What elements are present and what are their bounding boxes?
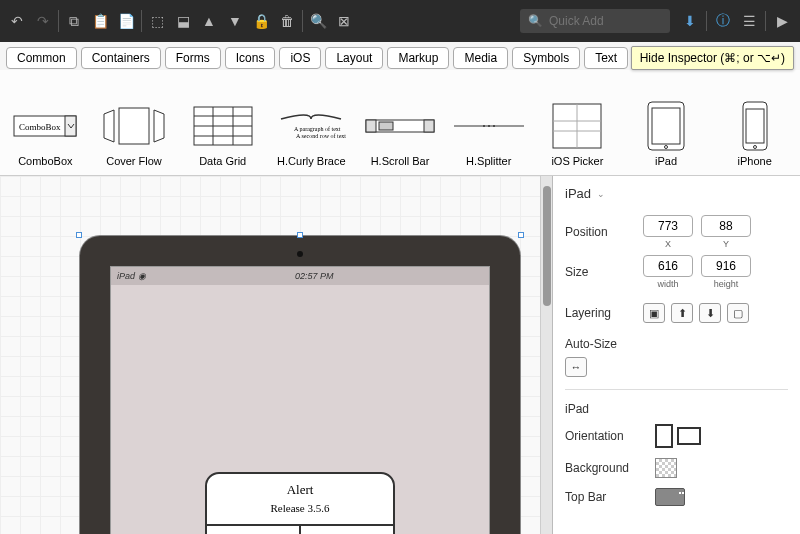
svg-rect-15: [379, 122, 393, 130]
height-sublabel: height: [714, 279, 739, 289]
widget-iospicker[interactable]: iOS Picker: [536, 101, 619, 167]
widget-hsplitter[interactable]: H.Splitter: [447, 101, 530, 167]
resize-handle[interactable]: [518, 232, 524, 238]
canvas-scrollbar[interactable]: [540, 176, 552, 534]
paste-icon[interactable]: 📋: [91, 12, 109, 30]
widget-iphone[interactable]: iPhone: [713, 101, 796, 167]
topbar-label: Top Bar: [565, 490, 655, 504]
zoom-icon[interactable]: 🔍: [309, 12, 327, 30]
divider: [565, 389, 788, 390]
panel-icon[interactable]: ☰: [739, 11, 759, 31]
widget-label: Data Grid: [199, 155, 246, 167]
present-icon[interactable]: ▶: [772, 11, 792, 31]
quick-add-search[interactable]: 🔍: [520, 9, 670, 33]
tab-markup[interactable]: Markup: [387, 47, 449, 69]
group-icon[interactable]: ⬚: [148, 12, 166, 30]
divider: [302, 10, 303, 32]
size-height-input[interactable]: [701, 255, 751, 277]
category-tabs: Common Containers Forms Icons iOS Layout…: [0, 42, 800, 70]
tab-ios[interactable]: iOS: [279, 47, 321, 69]
bring-front-button[interactable]: ▣: [643, 303, 665, 323]
widget-ipad[interactable]: iPad: [625, 101, 708, 167]
arrange-group: ⬚ ⬓ ▲ ▼ 🔒 🗑: [148, 12, 296, 30]
ungroup-icon[interactable]: ⬓: [174, 12, 192, 30]
x-sublabel: X: [665, 239, 671, 249]
history-group: ↶ ↷: [8, 12, 52, 30]
position-y-input[interactable]: [701, 215, 751, 237]
alert-no-button[interactable]: No: [207, 526, 301, 534]
send-back-icon[interactable]: ▼: [226, 12, 244, 30]
send-back-button[interactable]: ▢: [727, 303, 749, 323]
inspector-panel: iPad ⌄ Position X Y Size width: [552, 176, 800, 534]
orientation-landscape-button[interactable]: [677, 427, 701, 445]
tab-symbols[interactable]: Symbols: [512, 47, 580, 69]
tab-text[interactable]: Text: [584, 47, 628, 69]
svg-point-19: [493, 125, 495, 127]
widget-datagrid[interactable]: Data Grid: [181, 101, 264, 167]
autosize-horizontal-button[interactable]: ↔: [565, 357, 587, 377]
bring-forward-icon[interactable]: ▲: [200, 12, 218, 30]
svg-rect-25: [652, 108, 680, 144]
ipad-element[interactable]: iPad ◉ 02:57 PM Alert Release 3.5.6 No Y…: [80, 236, 520, 534]
position-x-input[interactable]: [643, 215, 693, 237]
ipad-screen: iPad ◉ 02:57 PM Alert Release 3.5.6 No Y…: [110, 266, 490, 534]
workspace: iPad ◉ 02:57 PM Alert Release 3.5.6 No Y…: [0, 176, 800, 534]
info-icon[interactable]: ⓘ: [713, 11, 733, 31]
resize-handle[interactable]: [297, 232, 303, 238]
tab-icons[interactable]: Icons: [225, 47, 276, 69]
svg-text:A paragraph of text: A paragraph of text: [294, 126, 341, 132]
svg-rect-3: [119, 108, 149, 144]
import-icon[interactable]: ⬇: [680, 11, 700, 31]
widget-label: ComboBox: [18, 155, 72, 167]
tab-layout[interactable]: Layout: [325, 47, 383, 69]
right-icons: ⬇ ⓘ ☰ ▶: [680, 11, 792, 31]
statusbar-time: 02:57 PM: [295, 271, 334, 281]
clipboard-icon[interactable]: 📄: [117, 12, 135, 30]
redo-icon[interactable]: ↷: [34, 12, 52, 30]
fit-icon[interactable]: ⊠: [335, 12, 353, 30]
canvas[interactable]: iPad ◉ 02:57 PM Alert Release 3.5.6 No Y…: [0, 176, 540, 534]
svg-text:A second row of text: A second row of text: [296, 133, 346, 139]
alert-dialog[interactable]: Alert Release 3.5.6 No Yes: [205, 472, 395, 534]
widget-label: H.Scroll Bar: [371, 155, 430, 167]
svg-rect-14: [424, 120, 434, 132]
tab-containers[interactable]: Containers: [81, 47, 161, 69]
background-swatch[interactable]: [655, 458, 677, 478]
zoom-group: 🔍 ⊠: [309, 12, 353, 30]
layering-row: Layering ▣ ⬆ ⬇ ▢: [565, 303, 788, 323]
trash-icon[interactable]: 🗑: [278, 12, 296, 30]
widget-gallery: ComboBox ComboBox Cover Flow Data Grid A…: [0, 70, 800, 176]
position-label: Position: [565, 225, 643, 239]
resize-handle[interactable]: [76, 232, 82, 238]
scrollbar-thumb[interactable]: [543, 186, 551, 306]
background-label: Background: [565, 461, 655, 475]
widget-label: iPhone: [738, 155, 772, 167]
orientation-portrait-button[interactable]: [655, 424, 673, 448]
orientation-label: Orientation: [565, 429, 655, 443]
chevron-down-icon: ⌄: [597, 189, 605, 199]
undo-icon[interactable]: ↶: [8, 12, 26, 30]
widget-coverflow[interactable]: Cover Flow: [93, 101, 176, 167]
send-backward-button[interactable]: ⬇: [699, 303, 721, 323]
widget-hcurlybrace[interactable]: A paragraph of textA second row of text …: [270, 101, 353, 167]
widget-hscrollbar[interactable]: H.Scroll Bar: [359, 101, 442, 167]
autosize-label: Auto-Size: [565, 337, 643, 351]
bring-forward-button[interactable]: ⬆: [671, 303, 693, 323]
size-width-input[interactable]: [643, 255, 693, 277]
ipad-section-title: iPad: [565, 402, 788, 416]
widget-label: iOS Picker: [551, 155, 603, 167]
inspector-title[interactable]: iPad ⌄: [565, 186, 788, 201]
tab-forms[interactable]: Forms: [165, 47, 221, 69]
widget-label: Cover Flow: [106, 155, 162, 167]
svg-point-17: [483, 125, 485, 127]
widget-combobox[interactable]: ComboBox ComboBox: [4, 101, 87, 167]
lock-icon[interactable]: 🔒: [252, 12, 270, 30]
tab-media[interactable]: Media: [453, 47, 508, 69]
topbar-swatch[interactable]: [655, 488, 685, 506]
alert-title: Alert: [287, 474, 314, 500]
y-sublabel: Y: [723, 239, 729, 249]
copy-icon[interactable]: ⧉: [65, 12, 83, 30]
search-input[interactable]: [549, 14, 639, 28]
alert-yes-button[interactable]: Yes: [301, 526, 393, 534]
tab-common[interactable]: Common: [6, 47, 77, 69]
